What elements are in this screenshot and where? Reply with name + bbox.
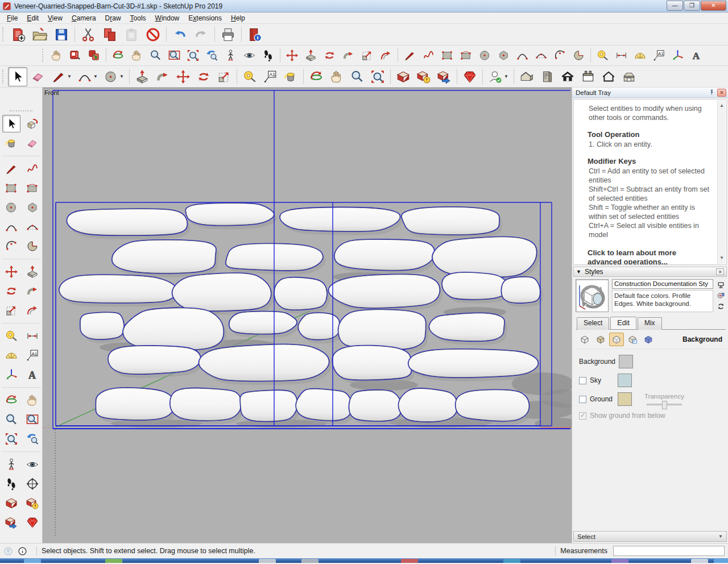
look-around-button[interactable] [23, 455, 42, 473]
style-description[interactable]: Default face colors. Profile Edges. Whit… [612, 290, 713, 312]
stone[interactable] [502, 277, 540, 302]
camera-turn-button[interactable] [23, 475, 42, 492]
tape-measure-button[interactable] [2, 327, 20, 345]
push-pull-button[interactable] [23, 263, 42, 280]
stone[interactable] [172, 273, 271, 310]
stone[interactable] [80, 313, 123, 339]
zoom-button[interactable] [2, 410, 20, 428]
menu-view[interactable]: View [43, 13, 67, 23]
extension-warehouse-button[interactable] [460, 67, 479, 86]
taskbar-app-icon[interactable] [105, 559, 122, 563]
stone[interactable] [299, 313, 340, 339]
scale-button[interactable] [2, 301, 20, 319]
share-component-button[interactable] [2, 513, 20, 531]
orbit-button[interactable] [109, 47, 127, 64]
pan-button[interactable] [128, 47, 146, 64]
taskbar-app-icon[interactable] [24, 559, 41, 563]
home-solid-button[interactable] [558, 67, 577, 86]
menu-camera[interactable]: Camera [67, 13, 101, 23]
tab-select[interactable]: Select [577, 317, 609, 330]
stone[interactable] [442, 272, 508, 299]
tab-edit[interactable]: Edit [610, 317, 636, 329]
select-button[interactable] [2, 115, 20, 132]
tape-measure-button[interactable] [240, 67, 259, 86]
house-outline-button[interactable] [599, 67, 618, 86]
move-button[interactable] [283, 47, 301, 64]
open-button[interactable] [30, 24, 50, 45]
pan-button[interactable] [23, 391, 42, 409]
dimensions-button[interactable] [23, 327, 42, 345]
pan-button[interactable] [327, 67, 346, 86]
menu-edit[interactable]: Edit [22, 13, 43, 23]
scroll-up-icon[interactable]: ▲ [719, 101, 724, 110]
stone[interactable] [96, 388, 175, 420]
stone[interactable] [170, 388, 241, 421]
stone[interactable] [67, 209, 187, 235]
stone[interactable] [399, 388, 457, 421]
zoom-window-button[interactable] [166, 47, 183, 64]
create-new-style-icon[interactable] [715, 291, 726, 301]
line-button[interactable] [401, 47, 419, 64]
instructor-link[interactable]: Click to learn about more advanced opera… [588, 248, 712, 265]
scale-button[interactable] [358, 47, 376, 64]
arc-button[interactable] [2, 218, 20, 235]
text-button[interactable] [23, 346, 42, 364]
toolbar-grip[interactable] [2, 27, 5, 42]
menu-extensions[interactable]: Extensions [184, 13, 226, 23]
protractor-button[interactable] [2, 346, 20, 364]
stone[interactable] [456, 390, 529, 421]
stone[interactable] [112, 240, 216, 273]
walk-button[interactable] [2, 475, 20, 492]
scroll-down-icon[interactable]: ▼ [719, 254, 724, 263]
eraser-button[interactable] [28, 67, 48, 86]
stone[interactable] [123, 308, 223, 350]
menu-window[interactable]: Window [151, 13, 184, 23]
dropdown-caret-icon[interactable]: ▼ [119, 74, 124, 79]
zoom-button[interactable] [348, 67, 367, 86]
modeling-viewport[interactable]: Front [43, 88, 572, 543]
undo-button[interactable] [169, 24, 190, 45]
geolocation-icon[interactable] [3, 546, 13, 556]
select-panel-header[interactable]: Select ▼ [573, 531, 727, 542]
scale-button[interactable] [214, 67, 234, 86]
stone[interactable] [333, 346, 411, 380]
secondary-pane-icon[interactable] [715, 280, 726, 290]
zoom-extents-button[interactable] [2, 430, 20, 447]
three-point-arc-button[interactable] [551, 47, 569, 64]
two-point-arc-button[interactable] [23, 218, 42, 235]
line-button[interactable]: ▼ [49, 67, 74, 86]
taskbar-app-icon[interactable] [611, 559, 628, 563]
menu-file[interactable]: File [2, 13, 22, 23]
minimize-button[interactable]: — [667, 1, 683, 11]
model-canvas[interactable] [43, 88, 572, 543]
stone[interactable] [334, 239, 435, 270]
look-around-button[interactable] [241, 47, 258, 64]
save-button[interactable] [51, 24, 72, 45]
stone[interactable] [408, 349, 538, 377]
share-model-button[interactable] [23, 494, 42, 512]
3d-warehouse-button[interactable] [2, 494, 20, 512]
stone[interactable] [338, 310, 425, 350]
share-component-button[interactable] [435, 67, 454, 86]
barn-button[interactable] [619, 67, 639, 86]
text-button[interactable] [260, 67, 280, 86]
zoom-window-button[interactable] [23, 410, 42, 428]
rectangle-button[interactable] [2, 179, 20, 197]
stone[interactable] [240, 391, 297, 421]
paint-bucket-button[interactable] [281, 67, 300, 86]
stone[interactable] [429, 313, 504, 341]
dropdown-caret-icon[interactable]: ▼ [504, 74, 508, 79]
toolbar-grip[interactable] [42, 49, 45, 62]
rotated-rectangle-button[interactable] [23, 179, 42, 197]
move-button[interactable] [2, 263, 20, 280]
pie-button[interactable] [23, 237, 42, 255]
stone[interactable] [186, 204, 274, 226]
stone[interactable] [329, 275, 440, 308]
measurements-input[interactable] [613, 546, 725, 556]
dropdown-caret-icon[interactable]: ▼ [67, 74, 72, 79]
sky-color-swatch[interactable] [618, 374, 632, 387]
axes-button[interactable] [2, 366, 20, 383]
style-name-input[interactable]: Construction Documentation Sty [612, 279, 713, 289]
shapes-button[interactable]: ▼ [101, 67, 126, 86]
walk-button[interactable] [259, 47, 277, 64]
